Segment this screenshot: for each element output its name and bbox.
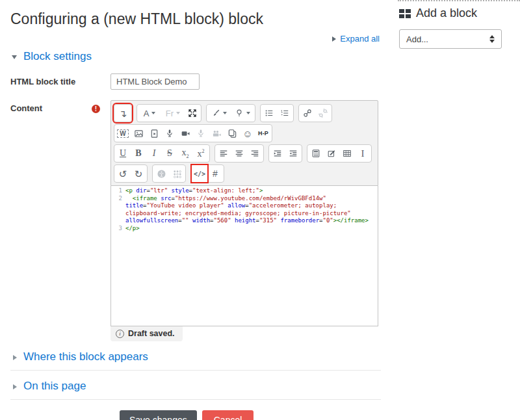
record-video-button[interactable] [177,125,193,142]
permalink-button[interactable]: # [207,165,223,182]
paragraph-styles-button[interactable]: A [138,105,161,122]
toolbar-group-insert: I [307,144,372,163]
expand-all-caret-icon [332,36,336,42]
draft-saved-text: Draft saved. [128,329,175,338]
accessibility-checker-button[interactable] [153,165,169,182]
indent-icon [289,149,298,158]
link-icon [303,109,312,118]
form-row-content: Content ! ↴ A Fr [10,100,381,341]
italic-button[interactable]: I [146,145,162,162]
html-block-title-label: HTML block title [10,77,75,86]
microphone-icon [196,129,205,138]
section-where-block-appears[interactable]: Where this block appears [10,350,381,363]
bold-icon: B [135,148,141,159]
record-audio-alt-button[interactable] [193,125,209,142]
clear-formatting-button[interactable]: I [355,145,370,162]
toolbar-group-lists [260,104,294,122]
emoji-smiley-icon: ☺ [242,128,252,139]
collapse-styles-button[interactable] [207,105,231,122]
html-block-title-input[interactable] [110,73,200,90]
section-divider [10,370,381,371]
select-updown-icon [489,35,495,43]
font-button[interactable]: Fr [161,105,185,122]
highlight-button[interactable] [231,105,254,122]
fullscreen-icon [188,109,197,118]
unlink-button[interactable] [315,105,331,122]
toolbar-group-links [298,104,332,122]
page: Configuring a (new HTML block) block Exp… [0,0,520,420]
insert-image-button[interactable] [131,125,146,142]
toolbar-row-3: U B I S x2 x2 [114,144,375,163]
bullet-list-icon [265,109,274,118]
form-actions: Save changes Cancel [120,410,381,420]
expand-all-link[interactable]: Expand all [340,34,380,44]
unlink-icon [318,109,328,118]
code-lines: 1<p dir="ltr" style="text-align: left;">… [111,187,378,232]
html-source-button[interactable]: </> [192,165,207,182]
html-source-editor[interactable]: 1<p dir="ltr" style="text-align: left;">… [110,186,378,326]
unordered-list-button[interactable] [261,105,277,122]
ordered-list-button[interactable] [277,105,292,122]
align-left-button[interactable] [216,145,231,162]
superscript-icon: x2 [198,148,205,159]
fullscreen-button[interactable] [185,105,200,122]
table-icon [343,149,352,158]
section-title: Where this block appears [23,350,148,363]
copy-pages-icon [228,129,237,138]
dropdown-caret-icon [151,112,155,114]
strikethrough-button[interactable]: S [162,145,177,162]
cancel-button[interactable]: Cancel [202,410,254,420]
underline-button[interactable]: U [115,145,131,162]
add-block-header: Add a block [399,7,511,20]
toolbar-group-indent [268,144,302,163]
strikethrough-icon: S [167,148,172,159]
toolbar-toggle-button[interactable]: ↴ [115,105,131,122]
record-audio-button[interactable] [162,125,177,142]
h5p-button[interactable]: H-P [255,125,271,142]
insert-media-button[interactable] [146,125,162,142]
indent-button[interactable] [285,145,301,162]
toolbar-group-collapse: ↴ [114,104,132,122]
title-label-cell: HTML block title [10,73,110,90]
align-left-icon [219,149,228,158]
blocks-grid-icon [399,9,411,18]
image-icon [134,129,144,138]
superscript-button[interactable]: x2 [193,145,209,162]
subscript-icon: x2 [182,148,189,159]
special-character-button[interactable] [324,145,339,162]
screenreader-helper-button[interactable] [169,165,185,182]
atto-toolbar: ↴ A Fr [110,100,378,186]
word-import-button[interactable]: W [115,125,131,142]
add-block-select[interactable]: Add... [399,29,502,49]
manage-files-button[interactable] [224,125,240,142]
link-button[interactable] [300,105,315,122]
paintbrush-icon [211,109,220,118]
toolbar-group-source: </> # [190,164,224,183]
subscript-button[interactable]: x2 [177,145,193,162]
h5p-icon: H-P [258,130,268,137]
dropdown-caret-icon [246,112,250,114]
section-on-this-page[interactable]: On this page [10,380,381,393]
align-right-button[interactable] [247,145,263,162]
toolbar-row-1: ↴ A Fr [114,104,375,122]
align-center-icon [235,149,244,158]
save-changes-button[interactable]: Save changes [120,410,197,420]
collapse-caret-icon [12,55,17,59]
align-center-button[interactable] [231,145,247,162]
bold-button[interactable]: B [131,145,146,162]
section-title: On this page [23,380,86,393]
undo-icon: ↺ [119,169,127,179]
underline-icon: U [120,148,126,159]
redo-button[interactable]: ↻ [131,165,146,182]
outdent-button[interactable] [270,145,285,162]
film-people-icon [212,129,222,138]
content-label: Content [10,103,42,113]
equation-button[interactable] [308,145,324,162]
screen-recorder-button[interactable] [209,125,224,142]
table-button[interactable] [339,145,355,162]
section-block-settings[interactable]: Block settings [10,50,381,63]
toolbar-group-text: U B I S x2 x2 [114,144,210,163]
undo-button[interactable]: ↺ [115,165,131,182]
html-code-icon: </> [194,170,205,177]
emoji-button[interactable]: ☺ [240,125,255,142]
